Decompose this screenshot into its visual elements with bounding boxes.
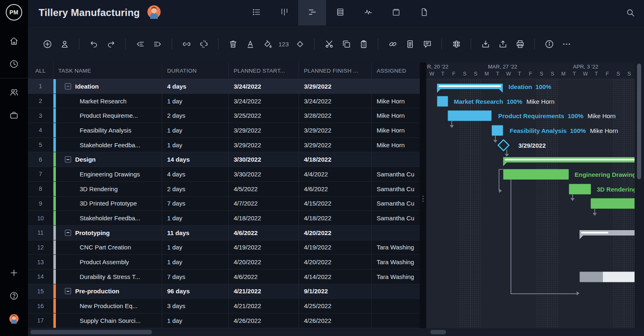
task-bar[interactable] <box>437 96 448 107</box>
task-bar[interactable] <box>492 125 503 136</box>
assign-button[interactable] <box>56 35 73 53</box>
tab-sheet-view[interactable] <box>326 0 354 25</box>
vertical-scrollbar-thumb[interactable] <box>637 64 641 179</box>
delete-button[interactable] <box>224 35 242 53</box>
table-row[interactable]: 17Supply Chain Sourci...1 day4/26/20224/… <box>28 313 420 328</box>
undo-button[interactable] <box>85 35 102 53</box>
comment-button[interactable] <box>419 35 436 53</box>
home-icon[interactable] <box>0 30 28 53</box>
column-header-duration[interactable]: DURATION <box>162 62 229 79</box>
table-row[interactable]: 4Feasibility Analysis1 day3/29/20223/29/… <box>28 123 420 138</box>
summary-bar[interactable] <box>437 84 503 89</box>
column-header-assigned[interactable]: ASSIGNED <box>372 62 420 79</box>
tab-calendar-view[interactable] <box>382 0 410 25</box>
column-header-task-name[interactable]: TASK NAME <box>53 62 162 79</box>
gantt-canvas: Ideation 100%Market Research 100%Mike Ho… <box>426 79 635 328</box>
export-button[interactable] <box>494 35 511 53</box>
table-row[interactable]: 16New Production Eq...3 days4/21/20224/2… <box>28 299 420 313</box>
assigned-to: Samantha Cu <box>377 200 414 207</box>
tab-board-view[interactable] <box>270 0 298 25</box>
portfolio-icon[interactable] <box>0 104 28 127</box>
divider-drag-handle[interactable] <box>423 194 424 203</box>
collapse-icon[interactable] <box>65 230 71 236</box>
tab-activity-view[interactable] <box>354 0 382 25</box>
table-row[interactable]: 1Ideation4 days3/24/20223/29/2022 <box>28 79 420 94</box>
team-icon[interactable] <box>0 81 28 104</box>
table-row[interactable]: 15Pre-production96 days4/21/20229/1/2022 <box>28 284 420 299</box>
task-name: CNC Part Creation <box>80 244 131 251</box>
collapse-icon[interactable] <box>65 156 71 162</box>
table-row[interactable]: 12CNC Part Creation1 day4/19/20224/19/20… <box>28 240 420 255</box>
milestone-button[interactable] <box>291 35 308 53</box>
summary-bar[interactable] <box>580 230 635 235</box>
assigned-to: Mike Horn <box>377 112 405 119</box>
gantt-view-icon <box>308 7 317 18</box>
table-row[interactable]: 14Durability & Stress T...7 days4/6/2022… <box>28 270 420 284</box>
table-row[interactable]: 11Prototyping11 days4/6/20224/20/2022 <box>28 226 420 240</box>
table-row[interactable]: 13Product Assembly1 day4/20/20224/20/202… <box>28 255 420 270</box>
collapse-icon[interactable] <box>65 288 71 294</box>
indent-button[interactable] <box>149 35 166 53</box>
more-button[interactable] <box>558 35 575 53</box>
planned-finish: 9/1/2022 <box>304 288 328 295</box>
search-icon[interactable] <box>626 0 635 25</box>
table-row[interactable]: 7Engineering Drawings4 days3/30/20224/4/… <box>28 167 420 182</box>
add-icon[interactable] <box>0 261 28 284</box>
task-bar[interactable] <box>569 184 591 194</box>
notes-button[interactable] <box>401 35 419 53</box>
table-row[interactable]: 5Stakeholder Feedba...1 day3/29/20223/29… <box>28 138 420 153</box>
print-button[interactable] <box>511 35 529 53</box>
row-number: 2 <box>39 98 42 104</box>
collapse-icon[interactable] <box>65 83 71 89</box>
table-hscroll-thumb[interactable] <box>30 330 152 334</box>
number-123-button[interactable]: 123 <box>276 35 291 53</box>
columns-button[interactable] <box>448 35 465 53</box>
task-bar[interactable] <box>503 169 569 180</box>
app-window: PM Tillery Manufacturing 123 ALLTASK NAM… <box>0 0 644 336</box>
recent-clock-icon[interactable] <box>0 53 28 75</box>
bottom-scroll-area <box>28 328 644 336</box>
planned-start: 4/6/2022 <box>234 229 258 236</box>
tab-page-view[interactable] <box>410 0 438 25</box>
task-bar[interactable] <box>591 198 635 209</box>
import-button[interactable] <box>477 35 494 53</box>
user-avatar[interactable] <box>0 307 28 330</box>
link-tasks-button[interactable] <box>178 35 195 53</box>
toolbar-separator <box>314 39 315 49</box>
table-row[interactable]: 3Product Requireme...2 days3/25/20223/28… <box>28 108 420 123</box>
font-color-button[interactable] <box>242 35 259 53</box>
planned-start: 3/30/2022 <box>234 171 261 178</box>
task-color-strip <box>53 284 56 299</box>
dependency-arrow <box>593 213 597 216</box>
table-row[interactable]: 93D Printed Prototype7 days4/7/20224/15/… <box>28 197 420 211</box>
project-owner-avatar[interactable] <box>147 5 161 21</box>
task-bar[interactable] <box>448 110 492 121</box>
table-row[interactable]: 2Market Research1 day3/24/20223/24/2022M… <box>28 94 420 109</box>
fill-color-button[interactable] <box>259 35 276 53</box>
gantt-hscroll-thumb[interactable] <box>430 330 446 334</box>
help-icon[interactable] <box>0 284 28 307</box>
milestone-diamond[interactable] <box>497 139 510 151</box>
tab-list-view[interactable] <box>242 0 270 25</box>
copy-button[interactable] <box>338 35 355 53</box>
pm-logo[interactable]: PM <box>6 4 22 21</box>
add-task-button[interactable] <box>39 35 56 53</box>
info-button[interactable] <box>540 35 558 53</box>
redo-button[interactable] <box>102 35 120 53</box>
tab-gantt-view[interactable] <box>298 0 326 25</box>
summary-bar[interactable] <box>503 157 635 162</box>
row-number: 5 <box>39 142 42 148</box>
outdent-button[interactable] <box>131 35 149 53</box>
column-header-all[interactable]: ALL <box>28 62 53 79</box>
unlink-tasks-button[interactable] <box>195 35 212 53</box>
paste-button[interactable] <box>355 35 372 53</box>
task-bar[interactable] <box>580 272 635 282</box>
table-row[interactable]: 6Design14 days3/30/20224/18/2022 <box>28 152 420 167</box>
column-header-planned-finish[interactable]: PLANNED FINISH ... <box>299 62 372 79</box>
table-row[interactable]: 83D Rendering2 days4/5/20224/6/2022Saman… <box>28 182 420 197</box>
table-row[interactable]: 10Stakeholder Feedba...1 day4/18/20224/1… <box>28 211 420 226</box>
column-header-planned-start[interactable]: PLANNED START... <box>229 62 299 79</box>
cut-button[interactable] <box>320 35 338 53</box>
timeline-day-label: S <box>463 71 466 77</box>
attachment-button[interactable] <box>384 35 401 53</box>
